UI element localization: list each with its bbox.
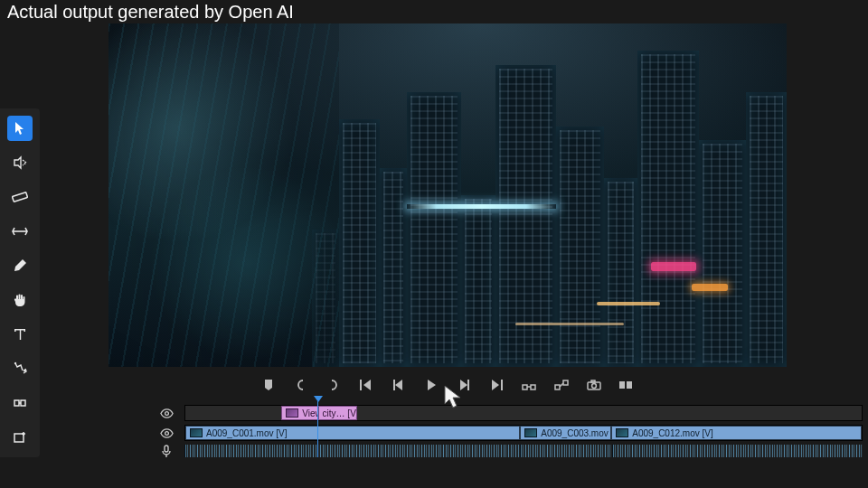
lift-button[interactable] <box>521 377 537 393</box>
svg-point-1 <box>15 363 16 364</box>
timeline-clip[interactable]: View <box>281 406 317 420</box>
eye-icon[interactable] <box>154 407 179 420</box>
hand-tool[interactable] <box>7 287 33 313</box>
selection-tool[interactable] <box>7 116 33 141</box>
timeline-panel: Viewcity… [V]A009_C001.mov [V]A009_C003.… <box>54 405 868 457</box>
step-forward-button[interactable] <box>456 377 472 393</box>
svg-point-2 <box>24 371 25 371</box>
svg-rect-3 <box>14 434 24 442</box>
svg-rect-7 <box>501 380 503 390</box>
video-lane[interactable]: Viewcity… [V] <box>184 405 863 421</box>
mark-out-button[interactable] <box>326 377 342 393</box>
clip-label: A009_C001.mov [V] <box>206 428 288 438</box>
svg-rect-0 <box>12 192 27 202</box>
svg-point-18 <box>165 431 168 435</box>
audio-lane[interactable] <box>184 445 863 457</box>
add-edit-tool[interactable] <box>7 425 33 450</box>
clip-label: A009_C012.mov [V] <box>632 428 713 438</box>
step-back-button[interactable] <box>391 377 407 393</box>
remix-tool[interactable] <box>7 356 33 381</box>
ripple-edit-tool[interactable] <box>7 184 33 210</box>
svg-rect-8 <box>523 385 527 389</box>
audio-waveform[interactable] <box>520 445 611 457</box>
clip-thumbnail <box>286 408 298 418</box>
svg-rect-9 <box>531 385 535 389</box>
go-to-in-button[interactable] <box>358 377 374 393</box>
clip-thumbnail <box>616 428 628 437</box>
track-row: A009_C001.mov [V]A009_C003.mov [V]A009_C… <box>154 425 863 441</box>
tools-panel <box>0 108 40 457</box>
track-row <box>154 445 863 457</box>
svg-rect-19 <box>165 446 168 452</box>
button-editor-button[interactable] <box>618 377 635 393</box>
clip-thumbnail <box>190 428 203 437</box>
main-column: Viewcity… [V]A009_C001.mov [V]A009_C003.… <box>0 0 868 488</box>
type-tool[interactable] <box>7 322 33 347</box>
svg-rect-6 <box>467 380 469 390</box>
extract-button[interactable] <box>553 377 570 393</box>
clip-label: View <box>302 408 317 418</box>
svg-rect-4 <box>360 380 362 390</box>
mark-in-button[interactable] <box>293 377 309 393</box>
svg-point-13 <box>592 384 597 389</box>
timeline-clip[interactable]: A009_C001.mov [V] <box>185 426 520 440</box>
program-monitor[interactable] <box>108 23 787 367</box>
transport-controls <box>108 372 787 398</box>
rate-stretch-tool[interactable] <box>7 219 33 244</box>
svg-rect-11 <box>563 380 568 385</box>
eye-icon[interactable] <box>154 427 179 440</box>
audio-waveform[interactable] <box>612 445 863 457</box>
clip-label: city… [V] <box>323 408 357 418</box>
add-marker-button[interactable] <box>260 377 277 393</box>
svg-rect-16 <box>627 381 632 389</box>
svg-rect-14 <box>591 380 595 382</box>
timeline-clip[interactable]: A009_C003.mov [V] <box>520 426 611 440</box>
svg-rect-15 <box>619 381 625 389</box>
clip-thumbnail <box>524 428 537 437</box>
playhead[interactable] <box>317 401 318 457</box>
audio-waveform[interactable] <box>184 445 520 457</box>
slip-tool[interactable] <box>7 390 33 416</box>
overlay-caption: Actual output generated by Open AI <box>7 2 294 23</box>
export-frame-button[interactable] <box>586 377 602 393</box>
track-row: Viewcity… [V] <box>154 405 863 421</box>
play-pause-button[interactable] <box>423 377 439 393</box>
clip-label: A009_C003.mov [V] <box>541 428 611 438</box>
timeline-clip[interactable]: A009_C012.mov [V] <box>611 426 862 440</box>
go-to-out-button[interactable] <box>488 377 505 393</box>
app-root: Viewcity… [V]A009_C001.mov [V]A009_C003.… <box>0 0 868 488</box>
svg-rect-5 <box>393 380 395 390</box>
svg-point-17 <box>165 411 168 415</box>
track-select-forward-tool[interactable] <box>7 150 33 175</box>
timeline-clip[interactable]: city… [V] <box>318 406 357 420</box>
video-lane[interactable]: A009_C001.mov [V]A009_C003.mov [V]A009_C… <box>184 425 863 441</box>
mic-icon[interactable] <box>154 445 179 458</box>
pen-tool[interactable] <box>7 253 33 278</box>
svg-rect-10 <box>555 385 560 389</box>
